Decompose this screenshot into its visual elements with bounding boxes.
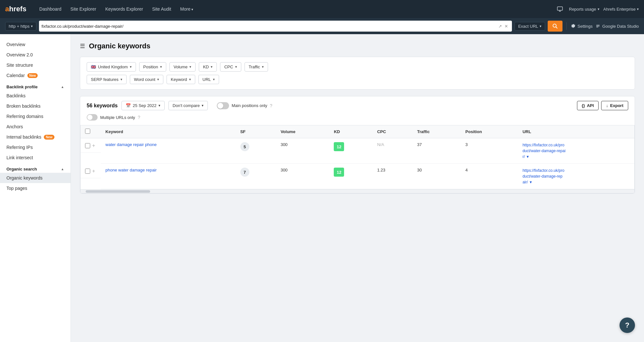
filter-section: 🇬🇧 United Kingdom Position Volume KD CPC… [80,57,635,90]
multiple-urls-help-icon[interactable]: ? [138,115,140,120]
row2-keyword: phone water damage repair [101,164,235,189]
external-link-icon[interactable]: ↗ [497,24,503,29]
logo[interactable]: ahrefs [5,5,26,13]
row2-url-dropdown[interactable]: ▼ [529,180,533,184]
row2-volume: 300 [276,164,330,189]
nav-dashboard[interactable]: Dashboard [35,4,65,14]
row2-url-link[interactable]: https://fixfactor.co.uk/product/water-da… [523,168,630,185]
scrollbar-thumb[interactable] [86,190,150,193]
url-input-wrapper: ↗ ✕ [39,21,512,32]
country-filter[interactable]: 🇬🇧 United Kingdom [87,62,136,72]
multiple-urls-toggle[interactable] [87,114,98,121]
url-input[interactable] [42,24,497,29]
results-and-table: 56 keywords 📅 25 Sep 2022 Don't compare … [80,96,635,194]
sidebar-section-backlink-profile: Backlink profile ▲ [0,81,71,91]
search-button[interactable] [548,21,562,32]
keywords-count: 56 keywords [87,103,118,109]
sidebar-item-referring-ips[interactable]: Referring IPs [0,142,71,152]
row1-position: 3 [461,138,518,164]
sidebar-item-calendar[interactable]: Calendar New [0,70,71,81]
row1-cpc: N/A [373,138,413,164]
api-button[interactable]: {} API [577,101,599,110]
row2-add-button[interactable]: + [92,168,95,174]
reports-usage-button[interactable]: Reports usage [569,7,600,12]
traffic-filter[interactable]: Traffic [245,62,268,72]
page-title: Organic keywords [89,42,150,50]
logo-hrefs: hrefs [9,5,26,13]
nav-site-audit[interactable]: Site Audit [148,4,175,14]
action-buttons: {} API ↓ Export [577,101,628,110]
google-data-studio-button[interactable]: Google Data Studio [595,24,639,29]
sidebar-item-anchors[interactable]: Anchors [0,122,71,132]
export-button[interactable]: ↓ Export [601,101,628,110]
ahrefs-enterprise-button[interactable]: Ahrefs Enterprise [603,7,639,12]
monitor-icon[interactable] [555,4,565,14]
clear-url-icon[interactable]: ✕ [503,24,509,29]
row1-checkbox-cell: + [81,138,101,153]
sidebar-item-top-pages[interactable]: Top pages [0,183,71,193]
main-positions-help-icon[interactable]: ? [270,103,273,108]
filter-row-1: 🇬🇧 United Kingdom Position Volume KD CPC… [87,62,628,72]
row2-traffic: 30 [413,164,461,189]
word-count-filter[interactable]: Word count [130,75,163,84]
sidebar-item-backlinks[interactable]: Backlinks [0,91,71,101]
serp-features-filter[interactable]: SERP features [87,75,127,84]
sidebar-item-referring-domains[interactable]: Referring domains [0,111,71,122]
hamburger-icon[interactable]: ☰ [80,43,85,50]
uk-flag-icon: 🇬🇧 [91,64,96,69]
th-kd: KD [329,125,372,138]
row1-url-link[interactable]: https://fixfactor.co.uk/product/water-da… [523,142,630,160]
nav-site-explorer[interactable]: Site Explorer [67,4,100,14]
horizontal-scrollbar[interactable] [81,189,634,193]
date-selector[interactable]: 📅 25 Sep 2022 [121,101,165,110]
sidebar-item-link-intersect[interactable]: Link intersect [0,152,71,163]
sidebar-item-overview[interactable]: Overview [0,39,71,50]
row1-add-button[interactable]: + [92,143,95,149]
table-row: + water damage repair phone 5 300 12 [81,138,634,164]
row2-checkbox[interactable] [85,169,90,174]
nav-keywords-explorer[interactable]: Keywords Explorer [101,4,147,14]
url-type-selector[interactable]: Exact URL [514,22,545,31]
kd-filter[interactable]: KD [199,62,217,72]
row2-keyword-link[interactable]: phone water damage repair [105,168,157,172]
row1-kd-badge: 12 [334,142,344,151]
protocol-selector[interactable]: http + https [5,22,36,31]
api-icon: {} [582,103,585,108]
position-filter[interactable]: Position [139,62,166,72]
row1-keyword-link[interactable]: water damage repair phone [105,142,157,147]
page-header: ☰ Organic keywords [80,42,635,50]
nav-more[interactable]: More [176,4,197,14]
row1-sf: 5 [236,138,276,164]
row2-position: 4 [461,164,518,189]
th-volume: Volume [276,125,330,138]
row2-url: https://fixfactor.co.uk/product/water-da… [518,164,634,189]
row1-traffic: 37 [413,138,461,164]
cpc-filter[interactable]: CPC [220,62,241,72]
compare-selector[interactable]: Don't compare [168,101,208,110]
organic-collapse-icon[interactable]: ▲ [61,167,64,171]
select-all-header[interactable] [81,125,101,138]
sidebar-item-overview2[interactable]: Overview 2.0 [0,50,71,60]
main-positions-toggle[interactable] [217,102,229,109]
main-layout: Overview Overview 2.0 Site structure Cal… [0,34,644,342]
row1-url-dropdown[interactable]: ▼ [526,155,530,159]
row1-checkbox[interactable] [85,143,90,148]
sidebar: Overview Overview 2.0 Site structure Cal… [0,34,71,342]
help-bubble[interactable]: ? [620,318,635,333]
volume-filter[interactable]: Volume [169,62,196,72]
backlink-collapse-icon[interactable]: ▲ [61,85,64,89]
help-icon-label: ? [625,321,629,329]
sidebar-item-internal-backlinks[interactable]: Internal backlinks New [0,132,71,142]
select-all-checkbox[interactable] [85,129,90,134]
svg-rect-0 [557,7,562,10]
sidebar-item-site-structure[interactable]: Site structure [0,60,71,70]
settings-button[interactable]: Settings [571,24,593,29]
row1-volume: 300 [276,138,330,164]
keyword-filter[interactable]: Keyword [167,75,195,84]
th-keyword: Keyword [101,125,235,138]
url-filter[interactable]: URL [198,75,219,84]
sidebar-item-organic-keywords[interactable]: Organic keywords [0,173,71,183]
export-icon: ↓ [606,103,608,108]
toggle-knob [217,103,223,109]
sidebar-item-broken-backlinks[interactable]: Broken backlinks [0,101,71,111]
